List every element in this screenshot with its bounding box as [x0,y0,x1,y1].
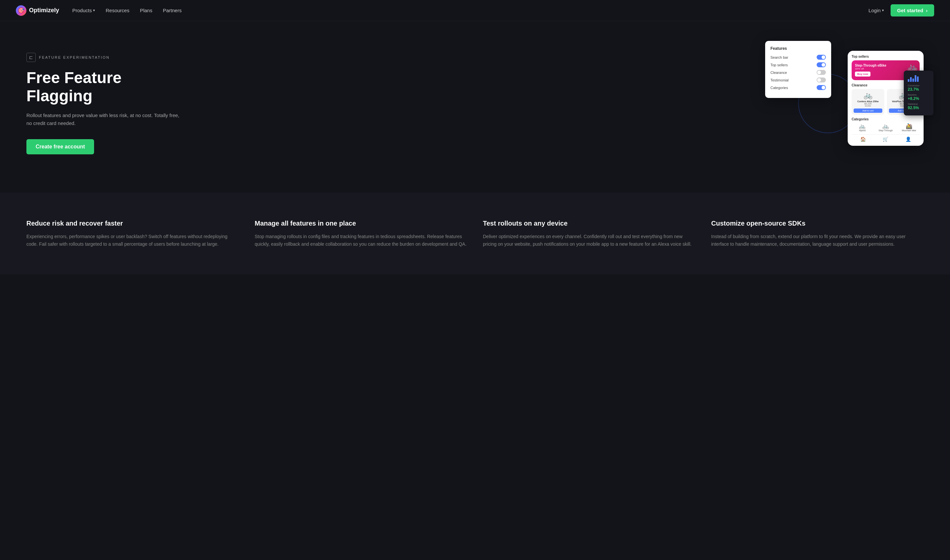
flags-panel-title: Features [770,46,826,51]
feature-label-text: FEATURE EXPERIMENTATION [39,55,110,59]
flags-panel: Features Search bar Top sellers Clearanc… [765,41,831,98]
feature-card-3: Test rollouts on any device Deliver opti… [483,219,696,248]
logo-icon: 🎯 [16,5,26,16]
user-icon[interactable]: 👤 [905,137,911,142]
stat-statistical: Statistical 92.5% [908,103,930,110]
feature-card-title-4: Customize open-source SDKs [711,219,924,228]
toggle-search-bar[interactable] [817,55,826,60]
stat-baseline: Baseline +8.2% [908,94,930,101]
product-bike-icon-1: 🚲 [854,91,882,100]
clearance-label: Clearance [851,83,867,87]
flag-label-search-bar: Search bar [770,55,788,59]
mountain-icon: 🚵 [898,123,920,129]
product-price-1: $3,225 [854,103,882,105]
flag-row-search-bar: Search bar [770,55,826,60]
stat-statistical-label: Statistical [908,103,930,105]
flag-row-clearance: Clearance [770,70,826,75]
arrow-right-icon: › [926,8,928,13]
feature-card-desc-4: Instead of building from scratch, extend… [711,233,924,248]
toggle-top-sellers[interactable] [817,62,826,67]
nav-link-products[interactable]: Products ▾ [72,8,95,13]
home-icon[interactable]: 🏠 [860,137,866,142]
bar-3 [912,78,914,82]
feature-card-2: Manage all features in one place Stop ma… [255,219,467,248]
stat-statistical-value: 92.5% [908,106,930,110]
toggle-categories[interactable] [817,85,826,90]
get-started-button[interactable]: Get started › [891,4,934,17]
navbar: 🎯 Optimizely Products ▾ Resources Plans … [0,0,950,21]
categories-label: Categories [851,117,920,121]
nav-link-partners[interactable]: Partners [163,8,182,13]
add-to-cart-button-1[interactable]: Add to cart [854,109,882,113]
feature-card-desc-2: Stop managing rollouts in config files a… [255,233,467,248]
nav-link-resources[interactable]: Resources [106,8,130,13]
flag-label-clearance: Clearance [770,71,787,75]
mobile-nav-bar: 🏠 🛒 👤 [851,134,920,142]
login-button[interactable]: Login ▾ [868,8,884,13]
nav-left: 🎯 Optimizely Products ▾ Resources Plans … [16,5,182,16]
chevron-down-icon: ▾ [882,8,884,12]
hero-visual: Features Search bar Top sellers Clearanc… [765,41,924,166]
feature-card-title-3: Test rollouts on any device [483,219,696,228]
stat-baseline-value: +8.2% [908,96,930,101]
hybrid-icon: 🚲 [851,123,873,129]
stats-panel: Conversion 23.7% Baseline +8.2% Statisti… [904,71,933,115]
flag-label-top-sellers: Top sellers [770,63,788,67]
create-free-account-button[interactable]: Create free account [26,139,94,154]
feature-card-desc-3: Deliver optimized experiences on every c… [483,233,696,248]
category-name-step-through: Step-Through [875,129,896,132]
category-hybrid: 🚲 Hybrid [851,123,873,132]
hero-left: ⊏ FEATURE EXPERIMENTATION Free Feature F… [26,53,185,154]
flag-label-testimonial: Testimonial [770,78,789,82]
feature-card-title-1: Reduce risk and recover faster [26,219,239,228]
product-old-price-1: $3,650 [854,105,882,107]
bar-1 [908,79,909,82]
chevron-down-icon: ▾ [93,8,95,12]
features-grid: Reduce risk and recover faster Experienc… [26,219,924,248]
toggle-clearance[interactable] [817,70,826,75]
stat-conversion: Conversion 23.7% [908,85,930,92]
flag-label-categories: Categories [770,86,788,90]
flag-row-top-sellers: Top sellers [770,62,826,67]
nav-links: Products ▾ Resources Plans Partners [72,8,182,13]
flag-row-testimonial: Testimonial [770,77,826,82]
feature-card-1: Reduce risk and recover faster Experienc… [26,219,239,248]
top-sellers-label: Top sellers [851,55,920,58]
mini-bar-chart [908,74,930,82]
category-name-mountain: Mountain bike [898,129,920,132]
logo-text: Optimizely [29,7,59,14]
product-name-1: Contere Allus 250w [854,100,882,103]
stat-conversion-label: Conversion [908,85,930,87]
stat-conversion-value: 23.7% [908,87,930,92]
stat-baseline-label: Baseline [908,94,930,96]
step-through-icon: 🚲 [875,123,896,129]
bar-2 [910,77,912,82]
category-name-hybrid: Hybrid [851,129,873,132]
features-section: Reduce risk and recover faster Experienc… [0,192,950,274]
category-step-through: 🚲 Step-Through [875,123,896,132]
category-mountain: 🚵 Mountain bike [898,123,920,132]
hero-title: Free Feature Flagging [26,69,185,105]
feature-label: ⊏ FEATURE EXPERIMENTATION [26,53,185,62]
hero-subtitle: Rollout features and prove value with le… [26,111,185,127]
feature-card-title-2: Manage all features in one place [255,219,467,228]
nav-right: Login ▾ Get started › [868,4,934,17]
flag-row-categories: Categories [770,85,826,90]
bar-4 [915,75,916,82]
product-card-1: 🚲 Contere Allus 250w $3,225 $3,650 Add t… [851,89,884,115]
feature-card-desc-1: Experiencing errors, performance spikes … [26,233,239,248]
logo[interactable]: 🎯 Optimizely [16,5,59,16]
feature-icon: ⊏ [26,53,35,62]
category-cards: 🚲 Hybrid 🚲 Step-Through 🚵 Mountain bike [851,123,920,132]
feature-card-4: Customize open-source SDKs Instead of bu… [711,219,924,248]
nav-link-plans[interactable]: Plans [140,8,153,13]
bar-5 [917,77,919,82]
cart-icon[interactable]: 🛒 [883,137,888,142]
buy-now-button[interactable]: Buy now [855,72,870,77]
hero-section: ⊏ FEATURE EXPERIMENTATION Free Feature F… [0,21,950,192]
toggle-testimonial[interactable] [817,77,826,82]
